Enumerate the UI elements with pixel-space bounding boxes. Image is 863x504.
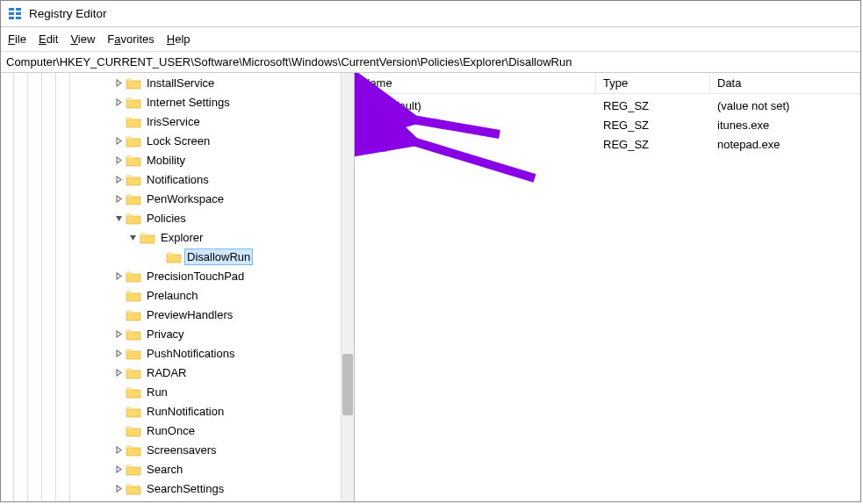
expander-icon[interactable] [113, 77, 124, 88]
expander-icon[interactable] [113, 444, 124, 455]
tree-item-label: Notifications [145, 172, 211, 187]
tree-item-radar[interactable]: RADAR [1, 363, 354, 382]
expander-icon[interactable] [127, 232, 138, 242]
tree-item-label: Internet Settings [145, 95, 232, 110]
tree-item-screensavers[interactable]: Screensavers [1, 440, 354, 459]
tree-item-label: Search [145, 462, 184, 477]
folder-icon [126, 328, 141, 341]
tree-item-runnotification[interactable]: RunNotification [1, 401, 354, 421]
tree-item-privacy[interactable]: Privacy [1, 324, 354, 343]
expander-icon [113, 425, 124, 436]
address-bar[interactable]: Computer\HKEY_CURRENT_USER\Software\Micr… [1, 52, 860, 73]
tree-item-mobility[interactable]: Mobility [1, 150, 354, 169]
expander-icon[interactable] [113, 270, 124, 281]
tree-item-label: Run [145, 385, 169, 400]
tree-item-label: RADAR [145, 365, 189, 380]
tree-item-label: SearchSettings [145, 481, 226, 496]
folder-icon [126, 192, 141, 205]
string-value-icon: ab [360, 137, 374, 151]
tree-item-explorer[interactable]: Explorer [1, 227, 354, 247]
tree-scrollbar-thumb[interactable] [342, 354, 353, 415]
tree-item-search[interactable]: Search [1, 459, 354, 479]
tree-item-previewhandlers[interactable]: PreviewHandlers [1, 305, 354, 324]
column-header-data[interactable]: Data [710, 73, 860, 93]
tree-item-penworkspace[interactable]: PenWorkspace [1, 189, 354, 208]
folder-icon [126, 173, 141, 186]
expander-icon[interactable] [113, 155, 124, 165]
tree-item-run[interactable]: Run [1, 382, 354, 401]
string-value-icon: ab [360, 118, 374, 132]
menu-file[interactable]: File [8, 32, 26, 46]
tree-item-label: PushNotifications [145, 346, 236, 361]
expander-icon[interactable] [113, 212, 124, 223]
value-data: notepad.exe [710, 138, 860, 151]
expander-icon[interactable] [113, 348, 124, 358]
value-row[interactable]: ab 2REG_SZnotepad.exe [355, 134, 860, 154]
tree-item-lock-screen[interactable]: Lock Screen [1, 131, 354, 150]
value-type: REG_SZ [596, 138, 710, 151]
tree-item-prelaunch[interactable]: Prelaunch [1, 285, 354, 305]
svg-rect-5 [9, 17, 14, 19]
tree-item-disallowrun[interactable]: DisallowRun [1, 247, 354, 266]
folder-icon [126, 405, 141, 418]
tree-item-pushnotifications[interactable]: PushNotifications [1, 343, 354, 363]
titlebar: Registry Editor [1, 1, 860, 27]
expander-icon[interactable] [113, 193, 124, 204]
tree-item-runonce[interactable]: RunOnce [1, 421, 354, 440]
expander-icon [113, 386, 124, 397]
tree-item-internet-settings[interactable]: Internet Settings [1, 92, 354, 112]
expander-icon[interactable] [113, 328, 124, 339]
value-row[interactable]: ab (Default)REG_SZ(value not set) [355, 96, 860, 115]
expander-icon [154, 251, 164, 262]
values-pane: Name Type Data ab (Default)REG_SZ(value … [355, 73, 860, 501]
tree-item-label: PrecisionTouchPad [145, 269, 246, 284]
menu-favorites[interactable]: Favorites [107, 32, 154, 46]
tree-pane: InstallService Internet Settings IrisSer… [1, 73, 355, 501]
value-name: 2 [378, 138, 385, 151]
folder-icon [126, 115, 141, 128]
folder-icon [126, 347, 141, 360]
content-area: InstallService Internet Settings IrisSer… [1, 73, 860, 501]
svg-text:ab: ab [363, 140, 370, 148]
value-type: REG_SZ [596, 99, 710, 112]
expander-icon[interactable] [113, 174, 124, 184]
tree-scrollbar[interactable] [341, 73, 354, 501]
tree-item-label: Prelaunch [145, 288, 200, 303]
column-header-type[interactable]: Type [596, 73, 710, 93]
folder-icon [126, 134, 141, 148]
folder-icon [126, 366, 141, 379]
tree-item-notifications[interactable]: Notifications [1, 169, 354, 189]
address-text: Computer\HKEY_CURRENT_USER\Software\Micr… [6, 55, 572, 68]
tree-item-precisiontouchpad[interactable]: PrecisionTouchPad [1, 266, 354, 285]
menu-view[interactable]: View [70, 32, 95, 46]
string-value-icon: ab [360, 98, 374, 112]
expander-icon[interactable] [113, 464, 124, 474]
folder-icon [126, 154, 141, 167]
folder-icon [126, 76, 141, 90]
svg-text:ab: ab [363, 102, 370, 110]
svg-rect-4 [16, 12, 21, 15]
value-name: 1 [378, 119, 384, 132]
folder-icon [126, 212, 141, 225]
folder-icon [126, 385, 141, 399]
tree-item-label: Lock Screen [145, 133, 212, 148]
tree-item-label: Screensavers [145, 443, 218, 457]
svg-rect-2 [16, 8, 21, 11]
expander-icon [113, 406, 124, 416]
column-header-name[interactable]: Name [355, 73, 596, 93]
folder-icon [126, 308, 141, 321]
tree-item-searchsettings[interactable]: SearchSettings [1, 479, 354, 498]
expander-icon[interactable] [113, 135, 124, 146]
expander-icon[interactable] [113, 367, 124, 378]
tree-item-label: IrisService [145, 114, 202, 129]
menu-help[interactable]: Help [167, 32, 191, 46]
tree-item-installservice[interactable]: InstallService [1, 73, 354, 92]
tree-item-policies[interactable]: Policies [1, 208, 354, 227]
menu-edit[interactable]: Edit [39, 32, 58, 46]
expander-icon[interactable] [113, 97, 124, 107]
value-row[interactable]: ab 1REG_SZitunes.exe [355, 115, 860, 134]
expander-icon[interactable] [113, 483, 124, 493]
svg-rect-6 [16, 17, 21, 19]
tree-item-irisservice[interactable]: IrisService [1, 112, 354, 131]
tree-item-label: Explorer [159, 230, 205, 245]
